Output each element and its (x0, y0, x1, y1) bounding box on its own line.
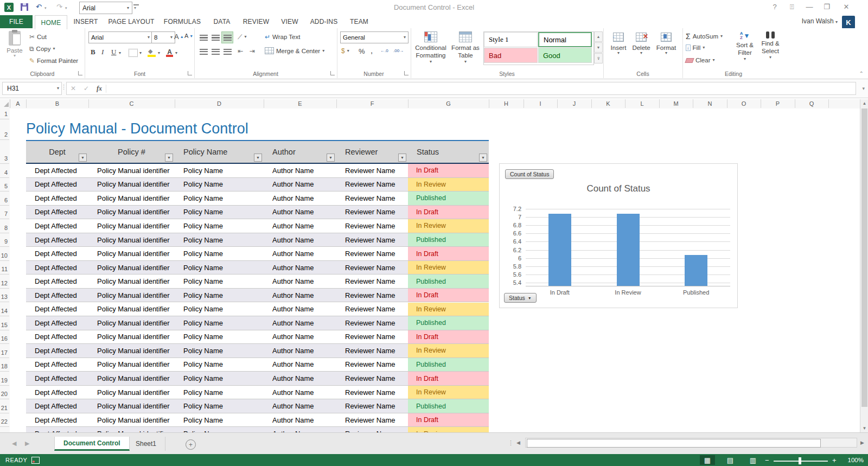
table-row[interactable]: Dept AffectedPolicy Manual identifierPol… (26, 219, 489, 233)
cell-policy-num[interactable]: Policy Manual identifier (88, 303, 175, 316)
table-row[interactable]: Dept AffectedPolicy Manual identifierPol… (26, 413, 489, 427)
row-header-5[interactable]: 5 (0, 178, 9, 192)
filter-dropdown-icon[interactable]: ▼ (327, 154, 335, 162)
cell-policy-num[interactable]: Policy Manual identifier (88, 413, 175, 427)
cell-policy-name[interactable]: Policy Name (175, 413, 264, 427)
prev-sheet-icon[interactable]: ◀ (12, 440, 16, 447)
cell-policy-name[interactable]: Policy Name (175, 358, 264, 372)
cell-policy-num[interactable]: Policy Manual identifier (88, 399, 175, 413)
row-header-7[interactable]: 7 (0, 206, 9, 220)
ribbon-tab-home[interactable]: HOME (35, 15, 67, 29)
cell-reviewer[interactable]: Reviewer Name (336, 178, 408, 191)
cell-reviewer[interactable]: Reviewer Name (336, 275, 408, 288)
decrease-decimal-button[interactable]: .00→ (393, 48, 404, 53)
style-normal[interactable]: Normal (538, 32, 592, 47)
row-header-6[interactable]: 6 (0, 191, 9, 206)
cell-author[interactable]: Author Name (264, 219, 336, 233)
style-style1[interactable]: Style 1 (484, 32, 538, 47)
cell-author[interactable]: Author Name (264, 275, 336, 288)
cell-policy-num[interactable]: Policy Manual identifier (88, 386, 175, 399)
cell-dept[interactable]: Dept Affected (26, 261, 88, 275)
column-header-F[interactable]: F (336, 99, 409, 108)
number-format-combo[interactable]: General▾ (340, 31, 409, 43)
cell-policy-name[interactable]: Policy Name (175, 233, 264, 247)
column-header-O[interactable]: O (727, 99, 761, 108)
cell-dept[interactable]: Dept Affected (26, 289, 88, 302)
row-header-8[interactable]: 8 (0, 219, 9, 233)
status-badge[interactable]: Published (408, 191, 489, 205)
ribbon-tab-add-ins[interactable]: ADD-INS (306, 15, 342, 28)
borders-icon[interactable] (129, 49, 138, 57)
row-header-18[interactable]: 18 (0, 358, 9, 372)
column-header-G[interactable]: G (408, 99, 489, 108)
cell-reviewer[interactable]: Reviewer Name (336, 206, 408, 219)
chart-axis-field-button[interactable]: Status▼ (504, 293, 537, 303)
normal-view-icon[interactable]: ▦ (700, 455, 715, 465)
cell-policy-name[interactable]: Policy Name (175, 261, 264, 275)
table-row[interactable]: Dept AffectedPolicy Manual identifierPol… (26, 372, 489, 386)
cell-author[interactable]: Author Name (264, 164, 336, 177)
cell-reviewer[interactable]: Reviewer Name (336, 316, 408, 330)
dialog-launcher-icon[interactable] (188, 71, 192, 75)
cell-reviewer[interactable]: Reviewer Name (336, 413, 408, 427)
cell-author[interactable]: Author Name (264, 413, 336, 427)
row-header-11[interactable]: 11 (0, 261, 9, 275)
cell-reviewer[interactable]: Reviewer Name (336, 219, 408, 233)
cell-dept[interactable]: Dept Affected (26, 413, 88, 427)
status-badge[interactable]: Published (408, 316, 489, 330)
align-left-button[interactable] (197, 46, 209, 58)
row-header-20[interactable]: 20 (0, 386, 9, 400)
cell-author[interactable]: Author Name (264, 427, 336, 432)
table-row[interactable]: Dept AffectedPolicy Manual identifierPol… (26, 247, 489, 261)
horizontal-scroll-thumb[interactable] (527, 439, 821, 448)
cell-dept[interactable]: Dept Affected (26, 372, 88, 385)
cell-policy-name[interactable]: Policy Name (175, 191, 264, 205)
status-badge[interactable]: In Draft (408, 372, 489, 385)
cell-policy-num[interactable]: Policy Manual identifier (88, 247, 175, 260)
table-row[interactable]: Dept AffectedPolicy Manual identifierPol… (26, 316, 489, 330)
macro-record-icon[interactable] (31, 457, 40, 464)
comma-button[interactable]: , (371, 46, 373, 55)
align-top-button[interactable] (197, 31, 209, 43)
cell-author[interactable]: Author Name (264, 261, 336, 275)
zoom-out-icon[interactable]: − (765, 456, 769, 464)
cell-reviewer[interactable]: Reviewer Name (336, 344, 408, 358)
horizontal-scrollbar[interactable] (525, 438, 857, 448)
clear-button[interactable]: Clear▾ (686, 57, 715, 63)
gallery-down-icon[interactable]: ▼ (594, 42, 603, 53)
chevron-down-icon[interactable]: ▾ (158, 51, 160, 55)
format-cells-button[interactable]: Format ▾ (654, 33, 678, 55)
cell-policy-name[interactable]: Policy Name (175, 372, 264, 385)
vertical-scrollbar[interactable]: ▲ ▼ (860, 99, 868, 432)
cell-policy-name[interactable]: Policy Name (175, 399, 264, 413)
cell-policy-num[interactable]: Policy Manual identifier (88, 372, 175, 385)
table-row[interactable]: Dept AffectedPolicy Manual identifierPol… (26, 399, 489, 413)
insert-function-icon[interactable]: fx (93, 85, 106, 93)
cell-policy-num[interactable]: Policy Manual identifier (88, 191, 175, 205)
table-row[interactable]: Dept AffectedPolicy Manual identifierPol… (26, 233, 489, 247)
cell-dept[interactable]: Dept Affected (26, 330, 88, 344)
cell-reviewer[interactable]: Reviewer Name (336, 289, 408, 302)
cell-policy-name[interactable]: Policy Name (175, 178, 264, 191)
shrink-font-button[interactable]: A▼ (184, 33, 193, 39)
table-row[interactable]: Dept AffectedPolicy Manual identifierPol… (26, 164, 489, 178)
close-icon[interactable]: ✕ (840, 3, 853, 11)
sheet-tab-sheet1[interactable]: Sheet1 (127, 437, 165, 451)
cell-author[interactable]: Author Name (264, 206, 336, 219)
chevron-down-icon[interactable]: ▾ (119, 51, 121, 55)
cell-author[interactable]: Author Name (264, 233, 336, 247)
orientation-button[interactable]: ⟋▾ (238, 33, 246, 41)
pivot-chart[interactable]: Count of Status Count of Status 5.45.65.… (499, 163, 738, 308)
status-badge[interactable]: In Review (408, 386, 489, 399)
row-header-4[interactable]: 4 (0, 164, 9, 178)
fill-color-icon[interactable]: ◆ (147, 48, 156, 57)
cell-author[interactable]: Author Name (264, 344, 336, 358)
cell-policy-name[interactable]: Policy Name (175, 275, 264, 288)
column-header-H[interactable]: H (489, 99, 524, 108)
scroll-up-icon[interactable]: ▲ (860, 99, 868, 107)
cell-reviewer[interactable]: Reviewer Name (336, 303, 408, 316)
status-badge[interactable]: In Review (408, 427, 489, 432)
cell-author[interactable]: Author Name (264, 372, 336, 385)
scroll-left-icon[interactable]: ◀ (516, 440, 520, 445)
filter-dropdown-icon[interactable]: ▼ (79, 154, 87, 162)
